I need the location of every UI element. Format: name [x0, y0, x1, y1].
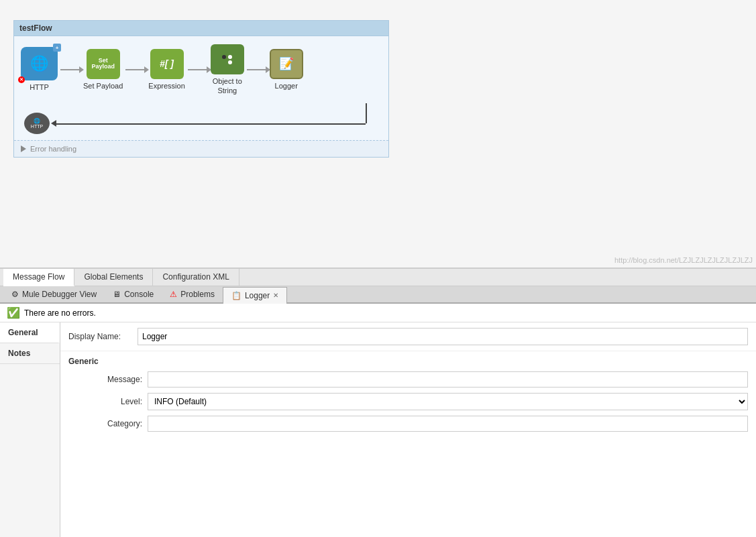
logger-box[interactable]: 📝: [270, 49, 303, 79]
bottom-tabs: Message Flow Global Elements Configurati…: [0, 268, 756, 286]
arrow-line-1: [60, 69, 80, 70]
expression-node[interactable]: #[ ] Expression: [148, 49, 184, 91]
set-payload-inner: SetPayload: [91, 58, 115, 71]
logger-tab-icon: 📋: [231, 291, 241, 300]
arrow-2: [123, 69, 148, 70]
level-select[interactable]: INFO (Default) DEBUG WARN ERROR: [148, 393, 748, 410]
tab-mule-debugger[interactable]: ⚙ Mule Debugger View: [3, 286, 105, 302]
http-return-icon: 🌐: [34, 118, 40, 124]
error-handling[interactable]: Error handling: [14, 140, 388, 157]
http-node-box[interactable]: + 🌐 ✕: [21, 47, 58, 80]
object-to-string-box[interactable]: [211, 44, 244, 74]
dot1: [222, 55, 226, 59]
expression-box[interactable]: #[ ]: [150, 49, 184, 79]
arrow-line-4: [247, 69, 267, 70]
status-icon: ✅: [7, 306, 20, 319]
sidebar-notes[interactable]: Notes: [0, 343, 60, 364]
props-content: Display Name: Generic Message: Level: IN…: [60, 322, 756, 537]
category-label: Category:: [68, 419, 142, 428]
expression-icon: #[ ]: [160, 58, 174, 69]
arrow-3: [185, 69, 211, 70]
bottom-panel: ⚙ Mule Debugger View 🖥 Console ⚠ Problem…: [0, 286, 756, 537]
set-payload-node[interactable]: SetPayload Set Payload: [83, 49, 123, 91]
dot3: [228, 60, 232, 64]
properties-panel: General Notes Display Name: Generic Mess…: [0, 322, 756, 537]
tab-global-elements[interactable]: Global Elements: [74, 269, 153, 286]
error-handling-label: Error handling: [30, 145, 76, 153]
console-icon: 🖥: [113, 290, 121, 299]
logger-tab-label: Logger: [245, 291, 270, 300]
object-to-string-label: Object to String: [213, 77, 242, 95]
tab-logger[interactable]: 📋 Logger ✕: [223, 287, 287, 304]
http-label: HTTP: [30, 83, 49, 92]
globe-icon: 🌐: [30, 55, 48, 72]
canvas-area: testFlow + 🌐 ✕ HTTP: [0, 0, 756, 268]
set-payload-box[interactable]: SetPayload: [87, 49, 120, 79]
object-to-string-node[interactable]: Object to String: [211, 44, 244, 95]
tab-problems[interactable]: ⚠ Problems: [162, 286, 223, 302]
flow-title: testFlow: [14, 21, 388, 36]
watermark: http://blog.csdn.net/LZJLZJLZJLZJLZJLZJ: [614, 256, 753, 264]
message-row: Message:: [60, 369, 756, 390]
level-row: Level: INFO (Default) DEBUG WARN ERROR: [60, 390, 756, 413]
problems-icon: ⚠: [170, 290, 177, 299]
arrow-line-3: [188, 69, 208, 70]
status-message: There are no errors.: [24, 308, 96, 318]
flow-body: + 🌐 ✕ HTTP SetPayload Set Payload: [14, 36, 388, 103]
logger-icon: 📝: [279, 56, 294, 71]
message-label: Message:: [68, 375, 142, 384]
debugger-label: Mule Debugger View: [22, 290, 97, 299]
tab-message-flow[interactable]: Message Flow: [3, 269, 74, 286]
logger-label: Logger: [275, 82, 298, 91]
triangle-icon: [21, 145, 26, 152]
display-name-row: Display Name:: [60, 322, 756, 351]
http-return-box[interactable]: 🌐 HTTP: [24, 113, 50, 134]
props-sidebar: General Notes: [0, 322, 60, 537]
debug-tabs: ⚙ Mule Debugger View 🖥 Console ⚠ Problem…: [0, 286, 756, 304]
logger-node[interactable]: 📝 Logger: [270, 49, 303, 91]
flow-container: testFlow + 🌐 ✕ HTTP: [13, 20, 389, 158]
dot2: [228, 55, 232, 59]
sidebar-general[interactable]: General: [0, 322, 60, 343]
level-label: Level:: [68, 397, 142, 406]
debugger-icon: ⚙: [11, 290, 19, 299]
http-return-node[interactable]: 🌐 HTTP: [24, 113, 50, 134]
category-row: Category:: [60, 413, 756, 434]
transform-icon: [222, 55, 232, 64]
console-label: Console: [124, 290, 154, 299]
set-payload-label: Set Payload: [83, 82, 123, 91]
expression-label: Expression: [148, 82, 184, 91]
display-name-label: Display Name:: [68, 332, 132, 341]
status-bar: ✅ There are no errors.: [0, 304, 756, 322]
return-area: 🌐 HTTP: [14, 103, 388, 140]
vertical-connector: [366, 103, 367, 123]
http-return-label: HTTP: [31, 124, 43, 129]
arrow-line-2: [125, 69, 146, 70]
plus-badge: +: [53, 44, 61, 52]
problems-label: Problems: [180, 290, 215, 299]
logger-tab-close[interactable]: ✕: [273, 292, 278, 299]
message-input[interactable]: [148, 371, 748, 387]
http-node[interactable]: + 🌐 ✕ HTTP: [21, 47, 58, 92]
arrow-1: [58, 69, 83, 70]
tab-console[interactable]: 🖥 Console: [105, 286, 162, 302]
return-line: [56, 123, 366, 125]
tab-configuration-xml[interactable]: Configuration XML: [153, 269, 239, 286]
category-input[interactable]: [148, 416, 748, 432]
display-name-input[interactable]: [138, 328, 748, 345]
generic-section-title: Generic: [60, 351, 756, 369]
return-arrow: [51, 120, 56, 127]
error-badge: ✕: [18, 76, 25, 83]
arrow-4: [244, 69, 270, 70]
